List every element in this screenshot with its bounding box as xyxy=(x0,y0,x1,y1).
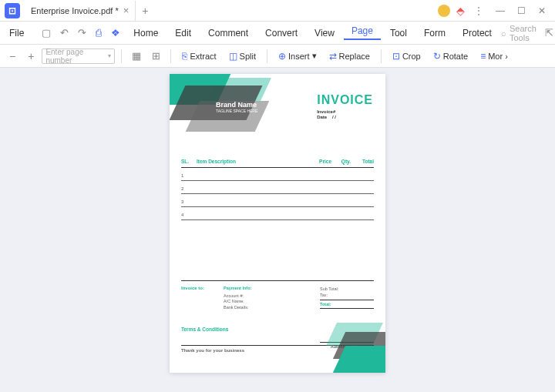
menu-protect[interactable]: Protect xyxy=(455,28,500,39)
grid-icon[interactable]: ⊞ xyxy=(148,50,164,62)
chevron-down-icon: ▾ xyxy=(312,51,317,61)
extract-button[interactable]: ⎘Extract xyxy=(177,51,220,62)
toolbar: − + Enter page number▾ ▦ ⊞ ⎘Extract ◫Spl… xyxy=(0,45,555,68)
undo-icon[interactable]: ↶ xyxy=(56,27,72,39)
external-icon[interactable]: ⇱ xyxy=(541,27,555,39)
search-tools[interactable]: ⌕ Search Tools xyxy=(501,24,536,42)
terms-label: Terms & Conditions xyxy=(181,327,228,332)
invoice-to-label: Invoice to: xyxy=(181,286,224,311)
invoice-header: INVOICE Invoice# Date / / xyxy=(317,93,373,119)
brand-name: Brand Name xyxy=(216,101,257,109)
menubar: File ▢ ↶ ↷ ⎙ ❖ Home Edit Comment Convert… xyxy=(0,22,555,45)
maximize-icon[interactable]: ☐ xyxy=(514,5,529,16)
table-row: 1 xyxy=(181,168,374,181)
crop-icon: ⊡ xyxy=(392,51,400,62)
date-label: Date xyxy=(317,115,327,119)
rotate-button[interactable]: ↻Rotate xyxy=(429,51,473,62)
close-window-icon[interactable]: ✕ xyxy=(535,5,549,16)
search-icon: ⌕ xyxy=(501,28,506,38)
tab-title: Enterprise Invoice.pdf * xyxy=(31,6,119,15)
invoice-title: INVOICE xyxy=(317,93,373,107)
table-row: 4 xyxy=(181,207,374,220)
titlebar: ⊡ Enterprise Invoice.pdf * × + ⬘ ⋮ — ☐ ✕ xyxy=(0,0,555,22)
document-canvas[interactable]: Brand Name TAGLINE SPACE HERE INVOICE In… xyxy=(0,68,555,392)
menu-comment[interactable]: Comment xyxy=(200,28,256,39)
invoice-number-label: Invoice# xyxy=(317,109,373,114)
more-button[interactable]: ≡Mor› xyxy=(476,51,513,62)
menu-form[interactable]: Form xyxy=(416,28,453,39)
payment-info: Payment Info: Account #: A/C Name: Bank … xyxy=(224,286,320,311)
table-row: 3 xyxy=(181,194,374,207)
date-value: / / xyxy=(332,115,336,119)
rotate-icon: ↻ xyxy=(433,51,441,62)
col-qty: Qty. xyxy=(331,159,351,164)
col-price: Price xyxy=(308,159,331,164)
menu-edit[interactable]: Edit xyxy=(167,28,199,39)
document-tab[interactable]: Enterprise Invoice.pdf * × xyxy=(25,1,136,21)
menu-tool[interactable]: Tool xyxy=(382,28,415,39)
col-desc: Item Description xyxy=(197,159,308,164)
page-number-input[interactable]: Enter page number▾ xyxy=(42,49,115,64)
invoice-footer: Invoice to: Payment Info: Account #: A/C… xyxy=(181,280,374,311)
new-tab-button[interactable]: + xyxy=(136,5,154,17)
table-row: 2 xyxy=(181,181,374,194)
more-icon: ≡ xyxy=(480,51,486,62)
share-icon[interactable]: ❖ xyxy=(107,27,124,39)
menu-view[interactable]: View xyxy=(307,28,342,39)
col-sl: SL. xyxy=(181,159,197,164)
extract-icon: ⎘ xyxy=(182,51,187,62)
items-table: SL. Item Description Price Qty. Total 1 … xyxy=(181,159,374,220)
brand-block: Brand Name TAGLINE SPACE HERE xyxy=(216,101,257,113)
split-button[interactable]: ◫Split xyxy=(224,51,261,62)
footer-decoration xyxy=(308,311,385,373)
redo-icon[interactable]: ↷ xyxy=(74,27,90,39)
insert-icon: ⊕ xyxy=(278,51,286,62)
brand-tagline: TAGLINE SPACE HERE xyxy=(216,109,257,113)
notification-icon[interactable]: ⬘ xyxy=(456,5,465,17)
menu-convert[interactable]: Convert xyxy=(257,28,305,39)
replace-button[interactable]: ⇄Replace xyxy=(325,51,375,62)
file-menu[interactable]: File xyxy=(5,28,29,39)
thumbnail-icon[interactable]: ▦ xyxy=(128,50,145,62)
pdf-page: Brand Name TAGLINE SPACE HERE INVOICE In… xyxy=(170,74,385,373)
kebab-icon[interactable]: ⋮ xyxy=(471,5,486,16)
print-icon[interactable]: ⎙ xyxy=(92,27,106,39)
minimize-icon[interactable]: — xyxy=(493,5,508,16)
zoom-out-button[interactable]: − xyxy=(5,50,20,62)
menu-home[interactable]: Home xyxy=(126,28,166,39)
user-avatar[interactable] xyxy=(438,5,450,17)
close-tab-icon[interactable]: × xyxy=(123,5,130,16)
insert-button[interactable]: ⊕Insert▾ xyxy=(274,51,321,62)
crop-button[interactable]: ⊡Crop xyxy=(388,51,426,62)
zoom-in-button[interactable]: + xyxy=(23,50,39,62)
menu-page[interactable]: Page xyxy=(344,25,381,40)
split-icon: ◫ xyxy=(229,51,237,62)
app-icon: ⊡ xyxy=(5,3,20,18)
totals-block: Sub Total: Tax: Total: xyxy=(320,286,374,311)
replace-icon: ⇄ xyxy=(329,51,337,62)
save-icon[interactable]: ▢ xyxy=(38,27,55,39)
col-total: Total xyxy=(351,159,374,164)
chevron-down-icon: ▾ xyxy=(108,52,111,59)
